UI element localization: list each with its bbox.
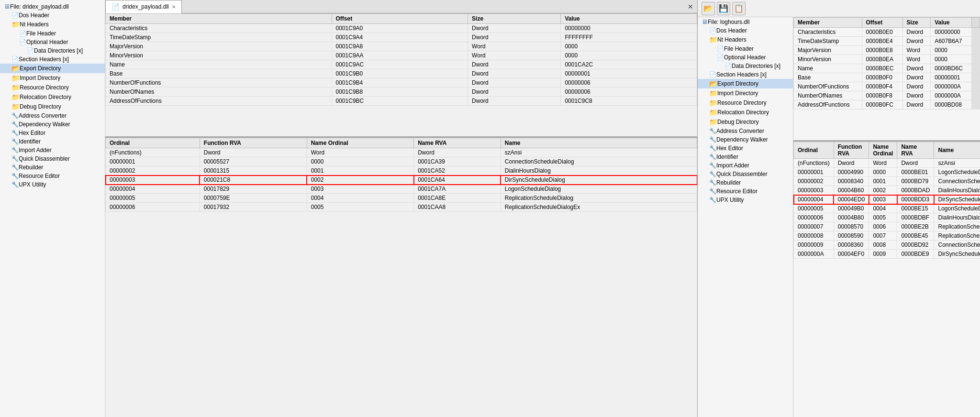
sidebar-label: Rebuilder [19, 164, 43, 171]
sidebar-item-address-converter-r[interactable]: 🔧 Address Converter [698, 127, 793, 135]
app-layout: 🖥 File: dridex_payload.dll📄 Dos Header📁 … [0, 0, 980, 417]
table-row[interactable]: NumberOfFunctions 0001C9B4 Dword 0000000… [106, 78, 697, 88]
sidebar-item-rebuilder-r[interactable]: 🔧 Rebuilder [698, 178, 793, 187]
sidebar-item-quick-disassembler-l[interactable]: 🔧 Quick Disassembler [0, 154, 105, 163]
toolbar-open-button[interactable]: 📂 [702, 2, 715, 15]
table-row[interactable]: 00000005 0000759E 0004 0001CA8E Replicat… [106, 194, 697, 203]
table-row[interactable]: 0000000A 00004EF0 0009 0000BDE9 DirSyncS… [794, 250, 980, 259]
table-row[interactable]: Characteristics 0001C9A0 Dword 00000000 [106, 24, 697, 33]
col-name-r: Name [934, 142, 980, 159]
sidebar-item-optional-header-l[interactable]: 📄 Optional Header [0, 38, 105, 46]
cell-fn-rva: 00005527 [200, 157, 307, 166]
tab-close-button[interactable]: ✕ [172, 4, 176, 10]
sidebar-item-relocation-directory-l[interactable]: 📁 Relocation Directory [0, 92, 105, 102]
table-row[interactable]: 00000004 00004ED0 0003 0000BDD3 DirSyncS… [794, 195, 980, 204]
table-row[interactable]: Base 0001C9B0 Dword 00000001 [106, 69, 697, 78]
table-row[interactable]: Name 0001C9AC Dword 0001CA2C [106, 60, 697, 69]
table-row[interactable]: MinorVersion 0000B0EA Word 0000 [794, 55, 980, 64]
sidebar-item-address-converter-l[interactable]: 🔧 Address Converter [0, 111, 105, 120]
sidebar-item-resource-editor-l[interactable]: 🔧 Resource Editor [0, 172, 105, 180]
cell-member: MajorVersion [106, 42, 332, 51]
table-row[interactable]: MinorVersion 0001C9AA Word 0000 [106, 51, 697, 60]
sidebar-item-dos-header-r[interactable]: 📄 Dos Header [698, 26, 793, 35]
right-panel-section: 🖥 File: loghours.dll📄 Dos Header📁 Nt Hea… [698, 17, 980, 417]
sidebar-item-nt-headers-l[interactable]: 📁 Nt Headers [0, 20, 105, 29]
table-row[interactable]: 00000004 00017829 0003 0001CA7A LogonSch… [106, 185, 697, 194]
sidebar-item-import-adder-l[interactable]: 🔧 Import Adder [0, 146, 105, 154]
tool-icon: 🔧 [709, 128, 716, 134]
sidebar-item-debug-directory-l[interactable]: 📁 Debug Directory [0, 102, 105, 111]
sidebar-item-identifier-l[interactable]: 🔧 Identifier [0, 137, 105, 146]
table-row[interactable]: AddressOfFunctions 0001C9BC Dword 0001C9… [106, 97, 697, 106]
table-row[interactable]: NumberOfFunctions 0000B0F4 Dword 0000000… [794, 82, 980, 91]
table-row[interactable]: 00000008 00008590 0007 0000BE45 Replicat… [794, 231, 980, 241]
cell-value: 00000006 [561, 78, 697, 88]
table-row[interactable]: 00000007 00008570 0006 0000BE2B Replicat… [794, 222, 980, 231]
sidebar-item-section-headers-r[interactable]: 📄 Section Headers [x] [698, 70, 793, 79]
sidebar-item-file-header-l[interactable]: 📄 File Header [0, 29, 105, 38]
sidebar-item-resource-editor-r[interactable]: 🔧 Resource Editor [698, 187, 793, 196]
cell-name-r: DirSyncScheduleDialog [934, 195, 980, 204]
sidebar-item-data-directories-r[interactable]: 📄 Data Directories [x] [698, 62, 793, 70]
sidebar-item-section-headers-l[interactable]: 📄 Section Headers [x] [0, 55, 105, 64]
sidebar-item-file-loghours[interactable]: 🖥 File: loghours.dll [698, 17, 793, 26]
sidebar-item-data-directories-l[interactable]: 📄 Data Directories [x] [0, 46, 105, 55]
sidebar-item-identifier-r[interactable]: 🔧 Identifier [698, 153, 793, 161]
table-row[interactable]: MajorVersion 0000B0E8 Word 0000 [794, 46, 980, 55]
sidebar-item-file-dridex[interactable]: 🖥 File: dridex_payload.dll [0, 2, 105, 11]
sidebar-item-import-directory-l[interactable]: 📁 Import Directory [0, 73, 105, 83]
cell-name-rva: 0001CA8E [414, 194, 501, 203]
table-row[interactable]: 00000002 00008340 0001 0000BD79 Connecti… [794, 177, 980, 186]
sidebar-item-rebuilder-l[interactable]: 🔧 Rebuilder [0, 163, 105, 172]
window-tab[interactable]: 📄 dridex_payload.dll ✕ [105, 0, 182, 13]
table-row[interactable]: 00000001 00005527 0000 0001CA39 Connecti… [106, 157, 697, 166]
table-row[interactable]: 00000003 00004B60 0002 0000BDAD DialinHo… [794, 186, 980, 195]
cell-member-r: Name [794, 64, 862, 73]
sidebar-item-hex-editor-l[interactable]: 🔧 Hex Editor [0, 129, 105, 137]
table-row[interactable]: NumberOfNames 0000B0F8 Dword 0000000A [794, 91, 980, 100]
window-close-button[interactable]: ✕ [684, 2, 697, 11]
cell-name-rva-r: 0000BDBF [897, 213, 934, 222]
table-row[interactable]: 00000001 00004990 0000 0000BE01 LogonSch… [794, 168, 980, 177]
sidebar-label: File: dridex_payload.dll [10, 3, 69, 10]
sidebar-item-quick-disassembler-r[interactable]: 🔧 Quick Disassembler [698, 170, 793, 178]
sidebar-label: Resource Editor [716, 188, 757, 195]
toolbar-copy-button[interactable]: 📋 [732, 2, 746, 15]
table-row[interactable]: NumberOfNames 0001C9B8 Dword 00000006 [106, 88, 697, 97]
sidebar-item-dos-header-l[interactable]: 📄 Dos Header [0, 11, 105, 20]
table-row[interactable]: 00000003 000021C8 0002 0001CA64 DirSyncS… [106, 176, 697, 185]
sidebar-item-debug-directory-r[interactable]: 📁 Debug Directory [698, 117, 793, 127]
cell-ordinal-r: 00000004 [794, 195, 834, 204]
table-row[interactable]: 00000006 00004B80 0005 0000BDBF DialinHo… [794, 213, 980, 222]
tool-icon: 🔧 [709, 171, 716, 177]
sidebar-item-dependency-walker-l[interactable]: 🔧 Dependency Walker [0, 120, 105, 129]
sidebar-item-upx-utility-r[interactable]: 🔧 UPX Utility [698, 196, 793, 204]
table-row[interactable]: TimeDateStamp 0001C9A4 Dword FFFFFFFF [106, 33, 697, 42]
sidebar-item-file-header-r[interactable]: 📄 File Header [698, 44, 793, 53]
table-row[interactable]: MajorVersion 0001C9A8 Word 0000 [106, 42, 697, 51]
sidebar-item-nt-headers-r[interactable]: 📁 Nt Headers [698, 35, 793, 44]
table-row[interactable]: Characteristics 0000B0E0 Dword 00000000 [794, 28, 980, 37]
sidebar-item-upx-utility-l[interactable]: 🔧 UPX Utility [0, 180, 105, 189]
sidebar-label: File: loghours.dll [708, 19, 749, 25]
table-row[interactable]: 00000009 00008360 0008 0000BD92 Connecti… [794, 241, 980, 250]
sidebar-item-dependency-walker-r[interactable]: 🔧 Dependency Walker [698, 135, 793, 144]
sidebar-item-export-directory-l[interactable]: 📂 Export Directory [0, 64, 105, 73]
sidebar-item-relocation-directory-r[interactable]: 📁 Relocation Directory [698, 108, 793, 117]
table-row[interactable]: AddressOfFunctions 0000B0FC Dword 0000BD… [794, 100, 980, 110]
sidebar-item-resource-directory-r[interactable]: 📁 Resource Directory [698, 98, 793, 108]
sidebar-item-import-adder-r[interactable]: 🔧 Import Adder [698, 161, 793, 170]
sidebar-item-resource-directory-l[interactable]: 📁 Resource Directory [0, 83, 105, 92]
sidebar-item-import-directory-r[interactable]: 📁 Import Directory [698, 88, 793, 98]
table-row[interactable]: Name 0000B0EC Dword 0000BD6C [794, 64, 980, 73]
table-row[interactable]: 00000002 00001315 0001 0001CA52 DialinHo… [106, 166, 697, 176]
sidebar-item-optional-header-r[interactable]: 📄 Optional Header [698, 53, 793, 62]
cell-name-rva: 0001CA7A [414, 185, 501, 194]
table-row[interactable]: Base 0000B0F0 Dword 00000001 [794, 73, 980, 82]
table-row[interactable]: TimeDateStamp 0000B0E4 Dword A607B6A7 [794, 37, 980, 46]
sidebar-item-hex-editor-r[interactable]: 🔧 Hex Editor [698, 144, 793, 153]
table-row[interactable]: 00000005 000049B0 0004 0000BE15 LogonSch… [794, 204, 980, 213]
sidebar-item-export-directory-r[interactable]: 📂 Export Directory [698, 79, 793, 88]
table-row[interactable]: 00000006 00017932 0005 0001CAA8 Replicat… [106, 203, 697, 212]
toolbar-save-button[interactable]: 💾 [717, 2, 730, 15]
